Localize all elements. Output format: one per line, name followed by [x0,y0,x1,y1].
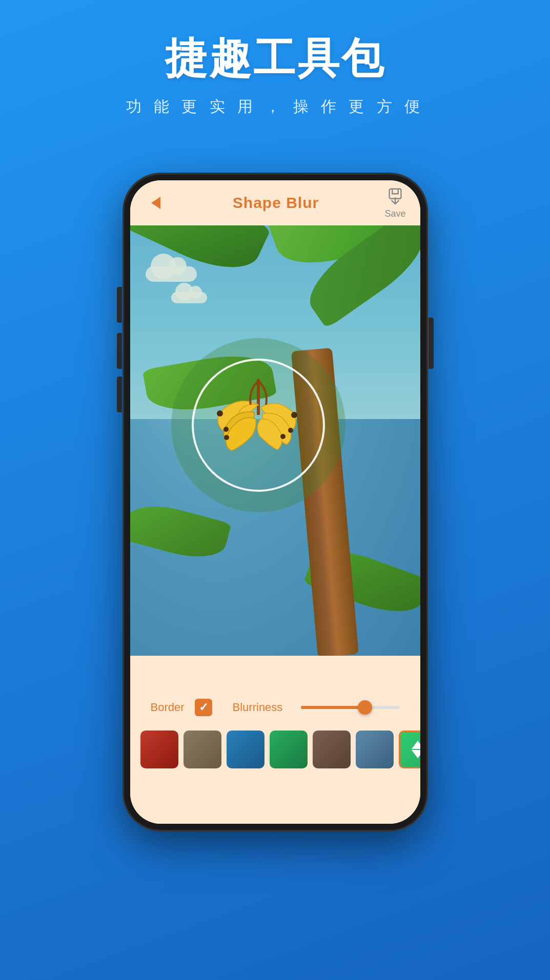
border-checkbox[interactable]: ✓ [195,699,212,716]
thumbnail-1[interactable] [140,731,178,768]
thumbnail-strip [130,726,420,773]
thumbnail-3[interactable] [227,731,264,768]
arrow-up-icon [412,741,420,749]
back-button[interactable] [145,192,167,214]
thumbnail-6[interactable] [356,731,394,768]
swap-arrows [412,741,420,758]
image-area[interactable] [130,225,420,656]
phone-mockup: Shape Blur Save [124,174,426,917]
cloud-1 [146,266,197,282]
back-chevron-icon [151,197,160,209]
save-icon [385,187,405,206]
thumbnail-5[interactable] [313,731,351,768]
phone-screen: Shape Blur Save [130,180,420,824]
thumbnail-special[interactable] [399,731,420,768]
checkmark-icon: ✓ [199,701,208,714]
slider-thumb[interactable] [358,700,372,715]
phone-outer: Shape Blur Save [124,174,426,830]
cloud-2 [171,292,207,303]
save-button[interactable]: Save [384,187,405,219]
banana-scene [130,225,420,656]
subtitle: 功 能 更 实 用 ， 操 作 更 方 便 [0,96,550,117]
slider-fill [301,706,365,709]
controls-row: Border ✓ Blurriness [130,680,420,726]
arrow-down-icon [412,750,420,758]
main-title: 捷趣工具包 [0,31,550,87]
blurriness-slider[interactable] [301,706,399,709]
blurriness-label: Blurriness [233,701,283,714]
app-bar: Shape Blur Save [130,180,420,225]
app-title: Shape Blur [233,194,319,212]
focus-circle[interactable] [192,359,325,492]
banana-cluster[interactable] [171,338,345,512]
thumbnail-2[interactable] [184,731,221,768]
controls-area: Border ✓ Blurriness [130,680,420,824]
border-label: Border [151,701,185,714]
thumbnail-4[interactable] [270,731,308,768]
header-section: 捷趣工具包 功 能 更 实 用 ， 操 作 更 方 便 [0,31,550,117]
save-label: Save [384,208,405,219]
